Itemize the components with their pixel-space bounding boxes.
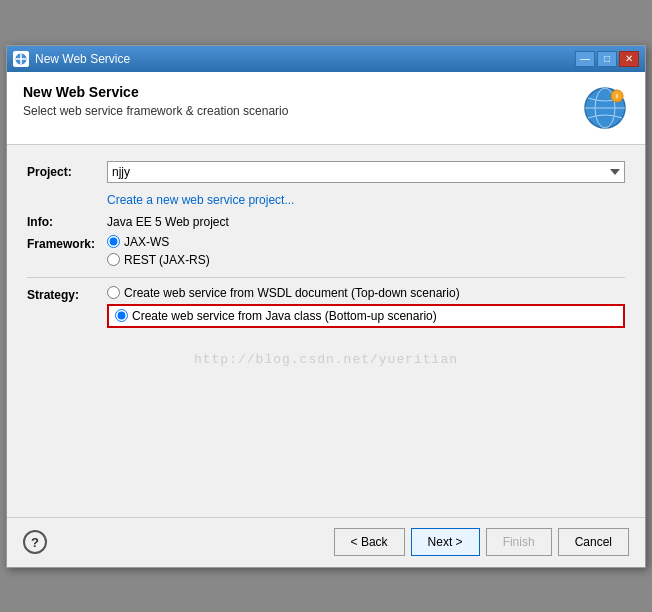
- strategy-label: Strategy:: [27, 286, 107, 302]
- strategy-java-option[interactable]: Create web service from Java class (Bott…: [107, 304, 625, 328]
- content-area: Project: njjy Create a new web service p…: [7, 145, 645, 517]
- framework-radio-group: JAX-WS REST (JAX-RS): [107, 235, 210, 267]
- page-header: New Web Service Select web service frame…: [7, 72, 645, 145]
- globe-icon: [583, 86, 627, 130]
- info-label: Info:: [27, 215, 107, 229]
- page-title: New Web Service: [23, 84, 288, 100]
- framework-jaxws-label: JAX-WS: [124, 235, 169, 249]
- footer-buttons: < Back Next > Finish Cancel: [334, 528, 629, 556]
- watermark: http://blog.csdn.net/yueritian: [27, 352, 625, 367]
- strategy-wsdl-label: Create web service from WSDL document (T…: [124, 286, 460, 300]
- framework-jaxws-option[interactable]: JAX-WS: [107, 235, 210, 249]
- create-link-row: Create a new web service project...: [27, 193, 625, 207]
- project-label: Project:: [27, 165, 107, 179]
- strategy-java-label: Create web service from Java class (Bott…: [132, 309, 437, 323]
- strategy-wsdl-option[interactable]: Create web service from WSDL document (T…: [107, 286, 625, 300]
- framework-rest-radio[interactable]: [107, 253, 120, 266]
- page-subtitle: Select web service framework & creation …: [23, 104, 288, 118]
- back-button[interactable]: < Back: [334, 528, 405, 556]
- title-bar-left: New Web Service: [13, 51, 130, 67]
- dialog-window: New Web Service — □ ✕ New Web Service Se…: [6, 45, 646, 568]
- project-select-container: njjy: [107, 161, 625, 183]
- divider: [27, 277, 625, 278]
- create-project-link[interactable]: Create a new web service project...: [107, 193, 294, 207]
- help-button[interactable]: ?: [23, 530, 47, 554]
- framework-rest-label: REST (JAX-RS): [124, 253, 210, 267]
- footer-left: ?: [23, 530, 47, 554]
- project-row: Project: njjy: [27, 161, 625, 183]
- project-select[interactable]: njjy: [107, 161, 625, 183]
- finish-button[interactable]: Finish: [486, 528, 552, 556]
- window-title: New Web Service: [35, 52, 130, 66]
- page-header-text: New Web Service Select web service frame…: [23, 84, 288, 118]
- framework-rest-option[interactable]: REST (JAX-RS): [107, 253, 210, 267]
- close-button[interactable]: ✕: [619, 51, 639, 67]
- strategy-section: Strategy: Create web service from WSDL d…: [27, 286, 625, 332]
- framework-jaxws-radio[interactable]: [107, 235, 120, 248]
- framework-label: Framework:: [27, 235, 107, 251]
- info-row: Info: Java EE 5 Web project: [27, 215, 625, 229]
- window-controls: — □ ✕: [575, 51, 639, 67]
- cancel-button[interactable]: Cancel: [558, 528, 629, 556]
- strategy-options: Create web service from WSDL document (T…: [107, 286, 625, 332]
- strategy-wsdl-radio[interactable]: [107, 286, 120, 299]
- content-main: Project: njjy Create a new web service p…: [27, 161, 625, 501]
- info-value: Java EE 5 Web project: [107, 215, 229, 229]
- window-icon: [13, 51, 29, 67]
- maximize-button[interactable]: □: [597, 51, 617, 67]
- title-bar: New Web Service — □ ✕: [7, 46, 645, 72]
- minimize-button[interactable]: —: [575, 51, 595, 67]
- strategy-java-radio[interactable]: [115, 309, 128, 322]
- footer: ? < Back Next > Finish Cancel: [7, 517, 645, 567]
- framework-row: Framework: JAX-WS REST (JAX-RS): [27, 235, 625, 267]
- page-header-icon: [581, 84, 629, 132]
- next-button[interactable]: Next >: [411, 528, 480, 556]
